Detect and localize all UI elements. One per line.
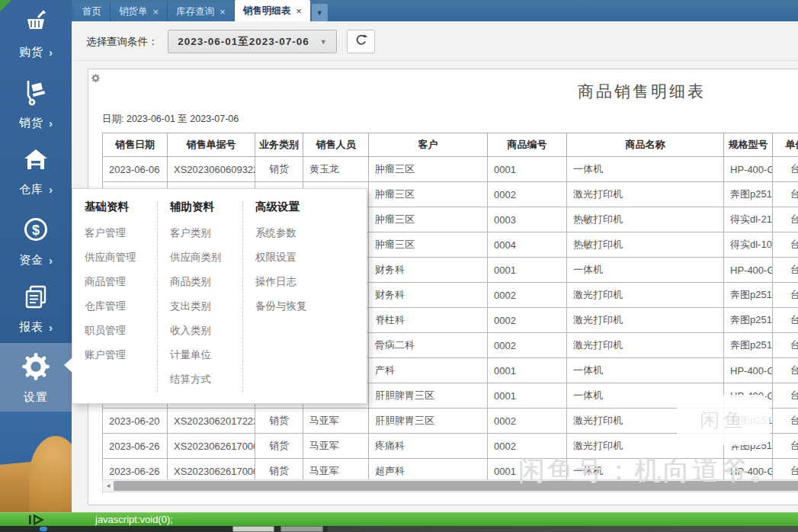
menu-item[interactable]: 备份与恢复 (255, 294, 354, 319)
chevron-down-icon: ▼ (320, 38, 327, 46)
table-cell: 肿瘤三区 (369, 182, 488, 207)
tab-2[interactable]: 销货单× (111, 2, 168, 21)
taskbar-button[interactable] (280, 526, 323, 532)
tab-close-icon[interactable]: × (153, 7, 159, 17)
table-cell: 得实dl-100 (724, 232, 773, 258)
menu-section-title: 高级设置 (255, 200, 354, 216)
refresh-button[interactable] (347, 30, 375, 53)
sidebar-item-2[interactable]: 销货› (0, 69, 72, 137)
menu-item[interactable]: 操作日志 (255, 270, 354, 294)
table-cell: 2023-06-26 (103, 434, 168, 459)
panel-settings-icon[interactable] (91, 72, 100, 85)
sidebar-item-3[interactable]: 仓库› (0, 137, 72, 206)
menu-item[interactable]: 商品管理 (85, 270, 156, 294)
menu-item[interactable]: 计量单位 (170, 343, 242, 367)
table-cell: 2023-06-26 (103, 459, 168, 480)
menu-item[interactable]: 职员管理 (85, 319, 156, 343)
watermark-logo: 闲鱼 (677, 395, 770, 445)
menu-item[interactable]: 仓库管理 (85, 294, 156, 319)
table-cell: 奔图p2510 (724, 182, 773, 207)
menu-section: 高级设置系统参数权限设置操作日志备份与恢复 (255, 200, 354, 319)
sidebar-item-label: 资金 (19, 253, 43, 268)
taskbar-segment (328, 526, 798, 532)
chevron-right-icon: › (49, 255, 53, 266)
table-cell: 疼痛科 (369, 434, 488, 459)
query-condition-label: 选择查询条件： (86, 35, 159, 49)
table-cell: 马亚军 (303, 409, 369, 434)
menu-section: 基础资料客户管理供应商管理商品管理仓库管理职员管理账户管理 (85, 200, 156, 367)
table-cell: 台 (773, 157, 798, 182)
settings-popup-menu: 基础资料客户管理供应商管理商品管理仓库管理职员管理账户管理 辅助资料客户类别供应… (72, 188, 367, 404)
table-cell: XS20230626170007 (168, 434, 255, 459)
date-range-value: 2023-06-01至2023-07-06 (178, 35, 309, 49)
refresh-icon (354, 34, 368, 50)
table-cell: 台 (773, 308, 798, 333)
sidebar-item-6[interactable]: 设置 (0, 343, 72, 412)
table-cell: HP-400-G6 (724, 258, 773, 283)
taskbar-button[interactable] (232, 526, 274, 532)
table-cell: XS20230626170007 (168, 459, 255, 480)
menu-item[interactable]: 客户管理 (85, 221, 156, 245)
scroll-left-arrow-icon[interactable]: ◄ (103, 482, 114, 489)
menu-item[interactable]: 支出类别 (170, 294, 242, 319)
table-cell: XS20230606093222 (168, 157, 255, 182)
popup-pointer (64, 357, 72, 373)
table-cell: 得实dl-210 (724, 207, 773, 232)
table-cell: 0004 (488, 232, 567, 258)
menu-item[interactable]: 权限设置 (255, 245, 354, 270)
table-cell: 台 (773, 358, 798, 383)
column-header: 商品编号 (488, 133, 567, 157)
menu-section-title: 辅助资料 (170, 200, 242, 216)
table-cell: 0002 (488, 283, 567, 308)
table-cell: 财务科 (369, 258, 488, 283)
table-row[interactable]: 2023-06-06XS20230606093222销货黄玉龙肿瘤三区0001一… (103, 157, 798, 182)
menu-divider (242, 201, 243, 393)
table-cell: 0001 (488, 157, 567, 182)
menu-item[interactable]: 结算方式 (170, 367, 242, 392)
date-range-select[interactable]: 2023-06-01至2023-07-06 ▼ (168, 30, 337, 53)
sidebar-item-5[interactable]: 报表› (0, 274, 72, 343)
column-header: 业务类别 (255, 133, 303, 157)
menu-item[interactable]: 客户类别 (170, 221, 242, 245)
hay-mound (29, 436, 72, 512)
table-cell: 0001 (488, 358, 567, 383)
tab-close-icon[interactable]: × (296, 6, 302, 16)
menu-item[interactable]: 商品类别 (170, 270, 242, 294)
table-cell: 财务科 (369, 283, 488, 308)
table-cell: XS20230620172233 (168, 409, 255, 434)
tab-1[interactable]: 首页 (74, 2, 111, 21)
table-cell: 台 (773, 333, 798, 358)
watermark-logo-text: 闲鱼 (700, 407, 747, 434)
sidebar-item-4[interactable]: $资金› (0, 206, 72, 274)
sidebar-item-label: 报表 (19, 320, 43, 335)
tab-label: 库存查询 (176, 5, 214, 18)
tab-label: 销货单 (119, 5, 148, 18)
sidebar-item-label: 销货 (19, 116, 43, 130)
table-cell: 台 (773, 383, 798, 409)
table-cell: 产科 (369, 358, 488, 383)
app-window: 首页销货单×库存查询×销售明细表×▼ 选择查询条件： 2023-06-01至20… (0, 0, 798, 532)
menu-item[interactable]: 供应商管理 (85, 245, 156, 270)
sidebar-nav: 购货›销货›仓库›$资金›报表›设置 (0, 0, 72, 412)
query-toolbar: 选择查询条件： 2023-06-01至2023-07-06 ▼ (72, 21, 798, 61)
warehouse-icon (22, 147, 50, 175)
browser-status-bar: javascript:void(0); (0, 512, 798, 526)
table-cell: 0001 (488, 383, 567, 409)
play-icon (28, 514, 45, 525)
status-link-text: javascript:void(0); (95, 514, 173, 525)
tab-overflow-dropdown[interactable]: ▼ (312, 4, 328, 21)
tab-close-icon[interactable]: × (220, 7, 226, 17)
chevron-right-icon: › (49, 46, 53, 58)
menu-item[interactable]: 系统参数 (255, 221, 354, 245)
menu-item[interactable]: 账户管理 (85, 343, 156, 367)
table-cell: 2023-06-06 (103, 157, 168, 182)
taskbar-edge (0, 526, 798, 532)
table-cell: 台 (773, 182, 798, 207)
tab-4[interactable]: 销售明细表× (235, 0, 310, 21)
menu-item[interactable]: 收入类别 (170, 319, 242, 343)
table-cell: HP-400-G6 (724, 358, 773, 383)
column-header: 规格型号 (724, 133, 773, 157)
table-cell: 激光打印机 (567, 182, 724, 207)
menu-item[interactable]: 供应商类别 (170, 245, 242, 270)
tab-3[interactable]: 库存查询× (168, 2, 235, 21)
